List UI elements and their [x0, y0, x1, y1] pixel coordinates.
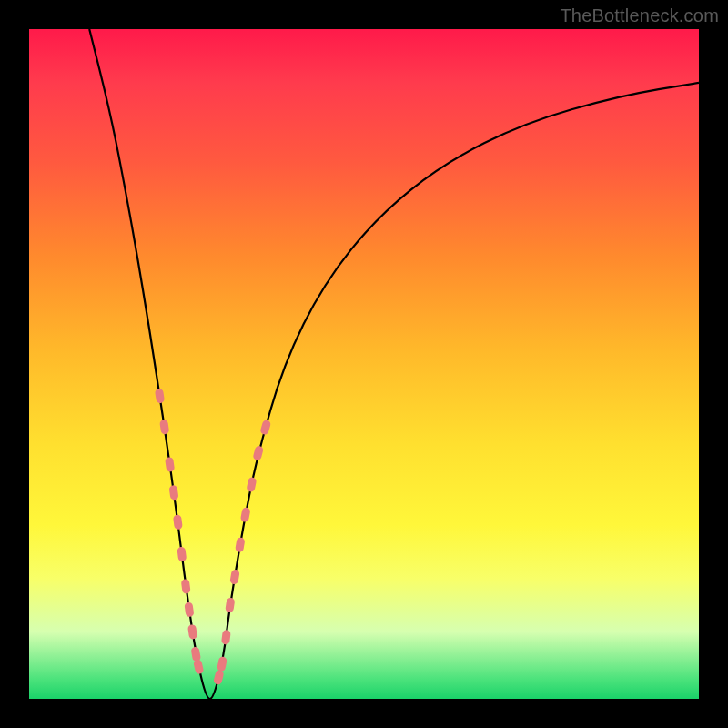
data-marker: [184, 602, 194, 617]
data-marker: [159, 420, 169, 435]
curve-overlay: [29, 29, 699, 699]
data-marker: [193, 659, 204, 675]
data-marker: [225, 597, 235, 612]
data-marker: [217, 656, 228, 672]
data-marker: [259, 420, 271, 436]
data-marker: [221, 630, 231, 645]
watermark-text: TheBottleneck.com: [560, 5, 719, 26]
data-marker: [168, 485, 178, 500]
data-marker: [229, 569, 240, 584]
plot-area: [29, 29, 699, 699]
data-marker: [177, 547, 187, 562]
data-markers: [155, 388, 271, 685]
data-marker: [155, 388, 165, 403]
data-marker: [246, 477, 257, 492]
chart-frame: TheBottleneck.com: [0, 0, 728, 728]
data-marker: [252, 445, 264, 461]
data-marker: [181, 579, 191, 594]
data-marker: [190, 646, 201, 662]
bottleneck-curve: [89, 29, 699, 699]
data-marker: [235, 537, 246, 552]
data-marker: [165, 457, 175, 472]
data-marker: [187, 624, 197, 640]
data-marker: [213, 670, 225, 686]
data-marker: [240, 507, 251, 522]
data-marker: [173, 514, 183, 530]
